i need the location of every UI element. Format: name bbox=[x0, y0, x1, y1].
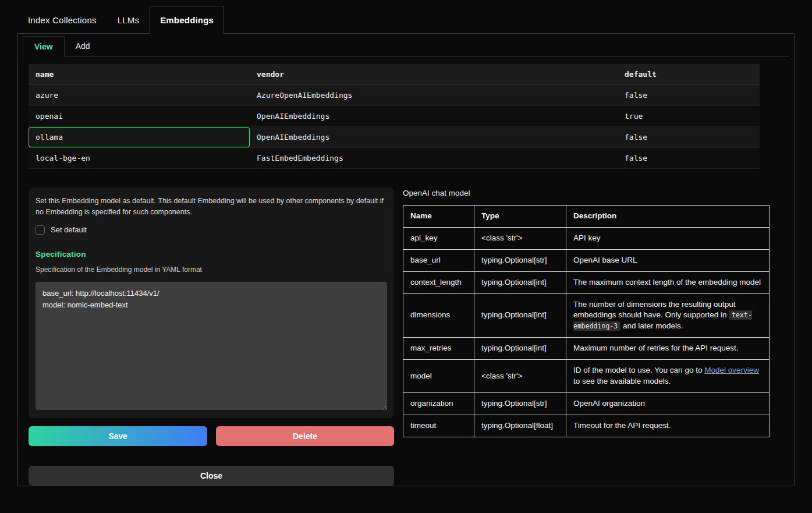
model-overview-link[interactable]: Model overview bbox=[704, 366, 759, 374]
doc-row-api-key: api_key <class 'str'> API key bbox=[403, 227, 770, 249]
cell-vendor[interactable]: AzureOpenAIEmbeddings bbox=[250, 85, 618, 106]
param-description: API key bbox=[566, 227, 770, 249]
embedding-row-local-bge-en[interactable]: local-bge-en FastEmbedEmbeddings false bbox=[29, 148, 760, 169]
param-name: api_key bbox=[403, 227, 474, 249]
doc-title: OpenAI chat model bbox=[403, 189, 769, 197]
param-description: ID of the model to use. You can go to Mo… bbox=[566, 360, 770, 393]
detail-area: Set this Embedding model as default. Thi… bbox=[29, 187, 783, 486]
param-type: typing.Optional[float] bbox=[474, 415, 566, 437]
doc-row-base-url: base_url typing.Optional[str] OpenAI bas… bbox=[403, 249, 770, 271]
embeddings-header-row: name vendor default bbox=[29, 64, 760, 85]
embedding-row-openai[interactable]: openai OpenAIEmbeddings true bbox=[29, 106, 760, 127]
description-text: ID of the model to use. You can go to bbox=[573, 366, 704, 374]
page: Index Collections LLMs Embeddings View A… bbox=[0, 0, 812, 486]
param-name: organization bbox=[403, 392, 474, 415]
cell-vendor[interactable]: OpenAIEmbeddings bbox=[250, 127, 618, 148]
param-name: timeout bbox=[403, 415, 474, 437]
param-type: <class 'str'> bbox=[474, 360, 566, 393]
doc-column-name: Name bbox=[403, 206, 474, 228]
set-default-checkbox[interactable] bbox=[36, 225, 45, 235]
settings-card: Set this Embedding model as default. Thi… bbox=[29, 187, 394, 418]
doc-row-dimensions: dimensions typing.Optional[int] The numb… bbox=[403, 293, 770, 338]
embeddings-table-wrap: name vendor default azure AzureOpenAIEmb… bbox=[29, 64, 783, 169]
doc-row-organization: organization typing.Optional[str] OpenAI… bbox=[403, 392, 770, 415]
param-type: typing.Optional[str] bbox=[474, 392, 566, 415]
param-description: Timeout for the API request. bbox=[566, 415, 770, 437]
param-type: typing.Optional[int] bbox=[474, 338, 566, 360]
param-description: Maximum number of retries for the API re… bbox=[566, 338, 770, 360]
sub-tab-add[interactable]: Add bbox=[65, 36, 101, 56]
column-header-vendor: vendor bbox=[250, 64, 618, 85]
description-text: to see the available models. bbox=[573, 377, 671, 385]
doc-column-type: Type bbox=[474, 206, 566, 228]
doc-row-timeout: timeout typing.Optional[float] Timeout f… bbox=[403, 415, 770, 437]
embedding-row-azure[interactable]: azure AzureOpenAIEmbeddings false bbox=[29, 85, 760, 106]
sub-tab-view[interactable]: View bbox=[23, 36, 65, 57]
cell-default[interactable]: false bbox=[618, 148, 760, 169]
yaml-spec-textarea[interactable]: base_url: http://localhost:11434/v1/ mod… bbox=[36, 282, 387, 410]
param-name: dimensions bbox=[403, 293, 474, 338]
edit-column: Set this Embedding model as default. Thi… bbox=[29, 187, 394, 486]
cell-vendor[interactable]: OpenAIEmbeddings bbox=[250, 106, 618, 127]
column-header-name: name bbox=[29, 64, 250, 85]
embedding-row-ollama[interactable]: ollama OpenAIEmbeddings false bbox=[29, 127, 760, 148]
param-description: The number of dimensions the resulting o… bbox=[566, 293, 770, 338]
cell-name[interactable]: local-bge-en bbox=[29, 148, 250, 169]
doc-header-row: Name Type Description bbox=[403, 206, 770, 228]
main-tab-llms[interactable]: LLMs bbox=[107, 6, 150, 33]
embeddings-panel: View Add name vendor default azure Azure… bbox=[17, 33, 795, 486]
embeddings-table: name vendor default azure AzureOpenAIEmb… bbox=[29, 64, 760, 169]
cell-default[interactable]: false bbox=[618, 127, 760, 148]
param-type: <class 'str'> bbox=[474, 227, 566, 249]
param-type: typing.Optional[str] bbox=[474, 249, 566, 271]
param-description: The maximum context length of the embedd… bbox=[566, 271, 770, 293]
param-type: typing.Optional[int] bbox=[474, 293, 566, 338]
save-button[interactable]: Save bbox=[29, 426, 207, 446]
param-name: max_retries bbox=[403, 338, 474, 360]
param-name: context_length bbox=[403, 271, 474, 293]
param-description: OpenAI base URL bbox=[566, 249, 770, 271]
cell-name[interactable]: openai bbox=[29, 106, 250, 127]
description-text: and later models. bbox=[620, 321, 683, 330]
cell-default[interactable]: false bbox=[618, 85, 760, 106]
param-name: model bbox=[403, 360, 474, 393]
delete-button[interactable]: Delete bbox=[216, 426, 394, 446]
sub-tab-bar: View Add bbox=[23, 36, 789, 57]
param-description: OpenAI organization bbox=[566, 392, 770, 415]
doc-table: Name Type Description api_key <class 'st… bbox=[403, 205, 770, 437]
doc-column: OpenAI chat model Name Type Description … bbox=[403, 187, 769, 486]
column-header-default: default bbox=[618, 64, 760, 85]
main-tab-index-collections[interactable]: Index Collections bbox=[17, 6, 107, 33]
cell-name-selected[interactable]: ollama bbox=[29, 127, 250, 148]
close-button[interactable]: Close bbox=[29, 466, 394, 486]
action-button-row: Save Delete bbox=[29, 426, 394, 446]
cell-default[interactable]: true bbox=[618, 106, 760, 127]
main-tab-embeddings[interactable]: Embeddings bbox=[150, 6, 224, 34]
doc-column-description: Description bbox=[566, 206, 770, 228]
cell-vendor[interactable]: FastEmbedEmbeddings bbox=[250, 148, 618, 169]
set-default-hint: Set this Embedding model as default. Thi… bbox=[36, 196, 387, 218]
doc-row-max-retries: max_retries typing.Optional[int] Maximum… bbox=[403, 338, 770, 360]
main-tab-bar: Index Collections LLMs Embeddings bbox=[17, 6, 795, 33]
specification-title: Specification bbox=[36, 250, 387, 259]
doc-row-model: model <class 'str'> ID of the model to u… bbox=[403, 360, 770, 393]
doc-row-context-length: context_length typing.Optional[int] The … bbox=[403, 271, 770, 293]
param-name: base_url bbox=[403, 249, 474, 271]
param-type: typing.Optional[int] bbox=[474, 271, 566, 293]
specification-hint: Specification of the Embedding model in … bbox=[36, 266, 387, 274]
set-default-row[interactable]: Set default bbox=[36, 225, 387, 235]
set-default-label: Set default bbox=[51, 225, 87, 234]
cell-name[interactable]: azure bbox=[29, 85, 250, 106]
description-text: The number of dimensions the resulting o… bbox=[573, 300, 735, 320]
